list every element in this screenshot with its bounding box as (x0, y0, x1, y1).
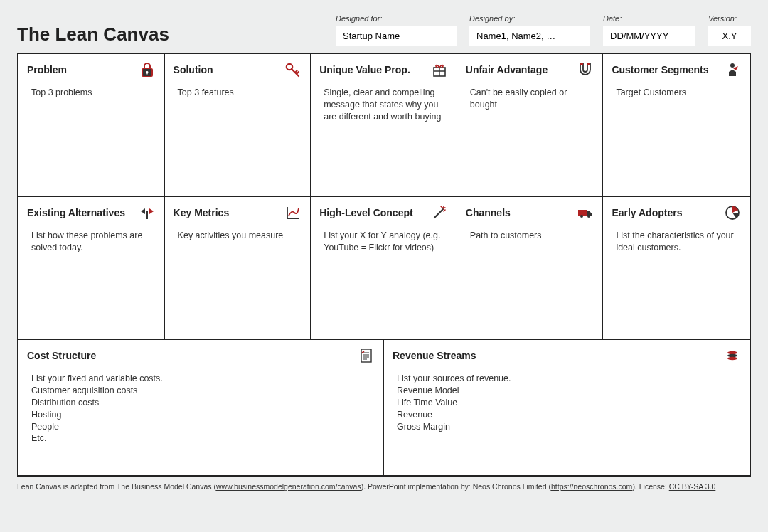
cell-alternatives[interactable]: Existing Alternatives List how these pro… (18, 196, 165, 339)
cell-cost[interactable]: Cost Structure List your fixed and varia… (18, 340, 384, 475)
body-cost: List your fixed and variable costs. Cust… (27, 373, 375, 445)
page-title: The Lean Canvas (17, 23, 169, 46)
field-date: Date: (603, 14, 695, 46)
cell-segments[interactable]: Customer Segments Target Customers (603, 54, 750, 196)
body-unfair: Can't be easily copied or bought (466, 87, 594, 111)
body-metrics: Key activities you measure (174, 230, 302, 242)
body-adopters: List the characteristics of your ideal c… (612, 230, 741, 254)
cell-uvp[interactable]: Unique Value Prop. Single, clear and com… (311, 54, 457, 196)
cell-concept[interactable]: High-Level Concept List your X for Y ana… (311, 196, 457, 339)
title-unfair: Unfair Advantage (466, 64, 548, 75)
field-designed-by: Designed by: (469, 14, 590, 46)
checklist-icon (358, 347, 375, 364)
canvas-grid: Problem Top 3 problems Solution Top 3 fe… (17, 53, 751, 477)
svg-point-11 (587, 215, 590, 218)
cell-solution[interactable]: Solution Top 3 features (165, 54, 311, 196)
title-segments: Customer Segments (612, 64, 708, 75)
title-cost: Cost Structure (27, 350, 96, 361)
cell-unfair[interactable]: Unfair Advantage Can't be easily copied … (457, 54, 604, 196)
label-version: Version: (708, 14, 751, 23)
body-solution: Top 3 features (174, 87, 302, 99)
header: The Lean Canvas Designed for: Designed b… (17, 14, 751, 46)
svg-point-15 (727, 354, 737, 357)
body-uvp: Single, clear and compelling message tha… (319, 87, 448, 123)
label-designed-for: Designed for: (336, 14, 457, 23)
body-alternatives: List how these problems are solved today… (27, 230, 156, 254)
truck-icon (577, 204, 594, 221)
link-bmg[interactable]: www.businessmodelgeneration.com/canvas (216, 482, 361, 491)
title-alternatives: Existing Alternatives (27, 207, 125, 218)
title-channels: Channels (466, 207, 511, 218)
field-version: Version: (708, 14, 751, 46)
body-channels: Path to customers (466, 230, 594, 242)
bottom-grid: Cost Structure List your fixed and varia… (18, 340, 750, 475)
body-problem: Top 3 problems (27, 87, 156, 99)
input-designed-by[interactable] (469, 26, 590, 46)
title-revenue: Revenue Streams (393, 350, 476, 361)
chart-icon (284, 204, 302, 221)
top-grid: Problem Top 3 problems Solution Top 3 fe… (18, 54, 750, 340)
input-date[interactable] (603, 26, 695, 46)
svg-point-14 (727, 351, 737, 354)
title-adopters: Early Adopters (612, 207, 682, 218)
coins-icon (724, 347, 741, 364)
magnet-icon (577, 61, 594, 78)
link-license[interactable]: CC BY-SA 3.0 (669, 482, 716, 491)
svg-rect-6 (587, 63, 590, 65)
signpost-icon (139, 204, 156, 221)
cell-problem[interactable]: Problem Top 3 problems (18, 54, 165, 196)
link-neos[interactable]: https://neoschronos.com (551, 482, 632, 491)
svg-point-16 (727, 357, 737, 360)
footer: Lean Canvas is adapted from The Business… (17, 482, 751, 492)
title-uvp: Unique Value Prop. (319, 64, 410, 75)
svg-point-10 (580, 215, 583, 218)
body-concept: List your X for Y analogy (e.g. YouTube … (319, 230, 448, 254)
svg-point-7 (730, 63, 735, 68)
cell-channels[interactable]: Channels Path to customers (457, 196, 604, 339)
svg-rect-2 (146, 73, 147, 74)
field-designed-for: Designed for: (336, 14, 457, 46)
svg-rect-5 (580, 63, 583, 65)
title-solution: Solution (174, 64, 213, 75)
body-segments: Target Customers (612, 87, 741, 99)
title-concept: High-Level Concept (319, 207, 412, 218)
svg-rect-8 (146, 211, 148, 219)
key-icon (284, 61, 302, 78)
gift-icon (431, 61, 448, 78)
piechart-icon (724, 204, 741, 221)
input-version[interactable] (708, 26, 751, 46)
person-icon (724, 61, 741, 78)
svg-rect-9 (578, 210, 587, 216)
input-designed-for[interactable] (336, 26, 457, 46)
wand-icon (431, 204, 448, 221)
title-problem: Problem (27, 64, 67, 75)
body-revenue: List your sources of revenue. Revenue Mo… (393, 373, 741, 432)
title-metrics: Key Metrics (174, 207, 230, 218)
label-date: Date: (603, 14, 695, 23)
label-designed-by: Designed by: (469, 14, 590, 23)
cell-metrics[interactable]: Key Metrics Key activities you measure (165, 196, 311, 339)
lock-icon (139, 61, 156, 78)
svg-rect-13 (361, 349, 371, 362)
cell-revenue[interactable]: Revenue Streams List your sources of rev… (384, 340, 750, 475)
cell-adopters[interactable]: Early Adopters List the characteristics … (603, 196, 750, 339)
